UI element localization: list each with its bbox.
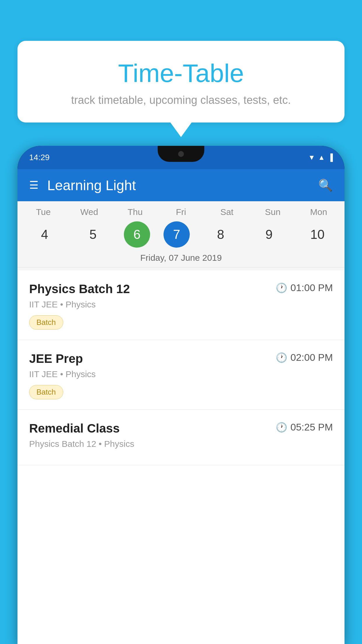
- schedule-item-2-time: 🕐 02:00 PM: [276, 352, 333, 363]
- calendar-strip: Tue Wed Thu Fri Sat Sun Mon 4 5 6 7 8 9 …: [17, 201, 345, 270]
- day-fri: Fri: [164, 207, 198, 217]
- date-5[interactable]: 5: [75, 221, 110, 248]
- batch-tag-2: Batch: [29, 385, 63, 399]
- schedule-item-3[interactable]: Remedial Class 🕐 05:25 PM Physics Batch …: [17, 410, 345, 465]
- date-8[interactable]: 8: [203, 221, 238, 248]
- schedule-item-1-title: Physics Batch 12: [29, 282, 130, 296]
- wifi-icon: ▼: [308, 153, 315, 162]
- date-9[interactable]: 9: [252, 221, 287, 248]
- speech-bubble-container: Time-Table track timetable, upcoming cla…: [17, 41, 345, 123]
- schedule-item-2-subtitle: IIT JEE • Physics: [29, 369, 333, 379]
- day-tue: Tue: [26, 207, 61, 217]
- schedule-list: Physics Batch 12 🕐 01:00 PM IIT JEE • Ph…: [17, 270, 345, 644]
- schedule-item-2-header: JEE Prep 🕐 02:00 PM: [29, 352, 333, 366]
- date-4[interactable]: 4: [27, 221, 62, 248]
- day-sat: Sat: [209, 207, 244, 217]
- schedule-item-3-time: 🕐 05:25 PM: [276, 421, 333, 433]
- speech-bubble: Time-Table track timetable, upcoming cla…: [17, 41, 345, 123]
- date-row: 4 5 6 7 8 9 10: [17, 221, 345, 248]
- schedule-item-3-title: Remedial Class: [29, 421, 120, 435]
- battery-icon: ▐: [328, 153, 333, 162]
- day-thu: Thu: [118, 207, 153, 217]
- date-7-selected[interactable]: 7: [164, 221, 190, 248]
- bubble-title: Time-Table: [29, 58, 333, 88]
- app-title: Learning Light: [47, 177, 310, 193]
- date-10[interactable]: 10: [300, 221, 335, 248]
- schedule-item-1-time: 🕐 01:00 PM: [276, 282, 333, 293]
- schedule-item-2[interactable]: JEE Prep 🕐 02:00 PM IIT JEE • Physics Ba…: [17, 340, 345, 410]
- schedule-item-1-header: Physics Batch 12 🕐 01:00 PM: [29, 282, 333, 296]
- day-sun: Sun: [255, 207, 290, 217]
- bubble-subtitle: track timetable, upcoming classes, tests…: [29, 94, 333, 106]
- schedule-item-1-subtitle: IIT JEE • Physics: [29, 300, 333, 309]
- schedule-item-1[interactable]: Physics Batch 12 🕐 01:00 PM IIT JEE • Ph…: [17, 270, 345, 340]
- status-bar: 14:29 ▼ ▲ ▐: [17, 146, 345, 169]
- date-6-today[interactable]: 6: [124, 221, 150, 248]
- schedule-item-3-subtitle: Physics Batch 12 • Physics: [29, 439, 333, 449]
- selected-date-label: Friday, 07 June 2019: [17, 248, 345, 267]
- clock-icon-3: 🕐: [276, 422, 287, 433]
- phone-content: ☰ Learning Light 🔍 Tue Wed Thu Fri Sat S…: [17, 169, 345, 644]
- schedule-item-2-title: JEE Prep: [29, 352, 83, 366]
- status-icons: ▼ ▲ ▐: [308, 153, 333, 162]
- notch: [158, 146, 204, 162]
- hamburger-icon[interactable]: ☰: [29, 179, 38, 191]
- day-mon: Mon: [301, 207, 336, 217]
- phone-frame: 14:29 ▼ ▲ ▐ ☰ Learning Light 🔍 Tue Wed T…: [17, 146, 345, 644]
- schedule-item-3-header: Remedial Class 🕐 05:25 PM: [29, 421, 333, 435]
- clock-icon-2: 🕐: [276, 352, 287, 363]
- signal-icon: ▲: [318, 153, 325, 162]
- day-headers: Tue Wed Thu Fri Sat Sun Mon: [17, 207, 345, 217]
- search-icon[interactable]: 🔍: [318, 178, 333, 192]
- camera-dot: [178, 151, 184, 157]
- day-wed: Wed: [72, 207, 107, 217]
- app-bar: ☰ Learning Light 🔍: [17, 169, 345, 201]
- clock-icon-1: 🕐: [276, 282, 287, 293]
- batch-tag-1: Batch: [29, 315, 63, 330]
- status-time: 14:29: [29, 153, 50, 162]
